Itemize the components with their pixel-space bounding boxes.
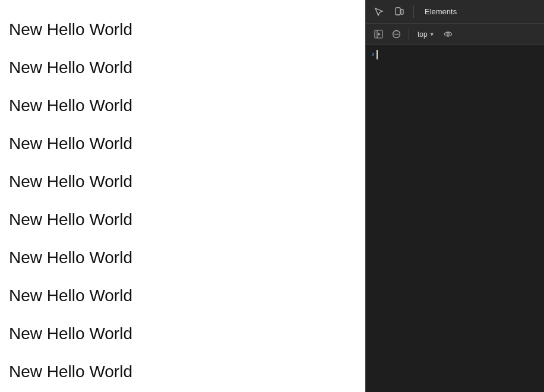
devtools-panel: Elements top ▼ xyxy=(365,0,544,392)
hello-world-item-6: New Hello World xyxy=(9,239,356,277)
svg-rect-1 xyxy=(401,10,403,14)
hello-world-item-7: New Hello World xyxy=(9,277,356,315)
devtools-top-toolbar: Elements xyxy=(366,0,544,24)
devtools-second-toolbar: top ▼ xyxy=(366,24,544,45)
console-cursor xyxy=(377,50,378,59)
svg-point-8 xyxy=(447,33,450,36)
sidebar-icon-button[interactable] xyxy=(371,27,386,42)
hello-world-item-3: New Hello World xyxy=(9,125,356,163)
toolbar-separator-1 xyxy=(413,5,414,18)
eye-icon-button[interactable] xyxy=(441,27,456,42)
page-content: New Hello WorldNew Hello WorldNew Hello … xyxy=(0,0,365,392)
inspect-icon-button[interactable] xyxy=(371,4,387,20)
top-context-dropdown[interactable]: top ▼ xyxy=(414,29,438,40)
hello-world-item-5: New Hello World xyxy=(9,201,356,239)
hello-world-item-8: New Hello World xyxy=(9,315,356,353)
no-entry-icon-button[interactable] xyxy=(388,27,404,42)
svg-marker-4 xyxy=(378,33,381,36)
hello-world-item-2: New Hello World xyxy=(9,87,356,125)
hello-world-item-9: New Hello World xyxy=(9,353,356,391)
svg-rect-0 xyxy=(396,8,400,15)
chevron-down-icon: ▼ xyxy=(429,31,435,37)
hello-world-item-1: New Hello World xyxy=(9,49,356,87)
hello-world-item-0: New Hello World xyxy=(9,11,356,49)
toolbar2-separator xyxy=(409,29,409,40)
console-prompt-chevron: › xyxy=(372,49,374,58)
top-context-label: top xyxy=(418,30,428,39)
hello-world-item-4: New Hello World xyxy=(9,163,356,201)
tab-elements[interactable]: Elements xyxy=(420,5,461,18)
device-toggle-button[interactable] xyxy=(391,4,407,20)
devtools-console-area: › xyxy=(366,45,544,392)
